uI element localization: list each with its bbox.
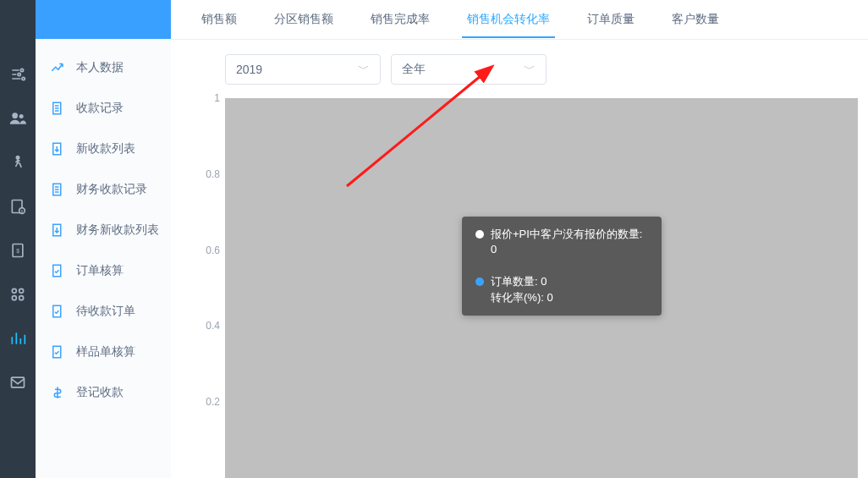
tab-label: 销售完成率 xyxy=(371,12,430,25)
period-value: 全年 xyxy=(402,62,426,77)
rail-item-doc-money[interactable]: $ xyxy=(0,184,36,228)
sidebar-item-label: 订单核算 xyxy=(76,263,124,278)
tab-label: 分区销售额 xyxy=(274,12,333,25)
sidebar-header xyxy=(36,0,171,39)
svg-rect-22 xyxy=(53,346,61,358)
trend-up-icon xyxy=(49,59,66,76)
tooltip-row-1: 报价+PI中客户没有报价的数量: 0 xyxy=(475,227,648,257)
receipt-icon xyxy=(49,100,66,117)
svg-point-0 xyxy=(20,69,23,71)
list-down-icon xyxy=(49,140,66,157)
svg-point-14 xyxy=(19,296,24,300)
svg-rect-20 xyxy=(53,265,61,277)
svg-point-5 xyxy=(16,157,19,159)
svg-point-13 xyxy=(12,296,16,300)
y-tick: 1 xyxy=(214,92,220,104)
sidebar-item-label: 收款记录 xyxy=(76,101,124,116)
svg-point-2 xyxy=(22,77,25,80)
tab-6[interactable]: 客户数量 xyxy=(653,0,738,38)
rail-item-person[interactable] xyxy=(0,140,36,184)
sidebar-item-5[interactable]: 财务新收款列表 xyxy=(36,210,171,250)
main-panel: 销售额 分区销售额 销售完成率 销售机会转化率 订单质量 客户数量 2019 ﹀… xyxy=(171,0,868,478)
filter-row: 2019 ﹀ 全年 ﹀ xyxy=(171,39,868,95)
mail-icon xyxy=(9,374,26,391)
sidebar-item-label: 财务新收款列表 xyxy=(76,223,159,238)
bar-chart-icon xyxy=(9,330,26,347)
grid-icon xyxy=(9,286,26,303)
tab-label: 销售机会转化率 xyxy=(467,12,550,25)
sidebar-item-label: 新收款列表 xyxy=(76,141,135,157)
svg-point-12 xyxy=(19,288,24,293)
y-axis: 1 0.8 0.6 0.4 0.2 xyxy=(203,98,225,478)
doc-check-icon xyxy=(49,303,66,320)
svg-text:$: $ xyxy=(16,248,19,254)
sidebar-item-label: 登记收款 xyxy=(76,385,124,400)
tab-1[interactable]: 销售额 xyxy=(183,0,255,38)
sliders-icon xyxy=(9,66,26,83)
y-tick: 0.8 xyxy=(206,168,220,180)
svg-rect-21 xyxy=(53,305,61,317)
sidebar-item-6[interactable]: 订单核算 xyxy=(36,250,171,291)
rail-item-mail[interactable] xyxy=(0,360,36,404)
person-walk-icon xyxy=(9,154,26,171)
legend-dot-blue xyxy=(475,277,484,286)
document-money-icon: $ xyxy=(9,198,26,215)
tab-label: 销售额 xyxy=(201,12,237,25)
chevron-down-icon: ﹀ xyxy=(358,62,370,77)
svg-rect-15 xyxy=(12,377,25,387)
tab-label: 客户数量 xyxy=(672,12,719,25)
receipt-icon xyxy=(49,181,66,198)
sidebar-item-3[interactable]: 新收款列表 xyxy=(36,129,171,169)
sidebar-item-8[interactable]: 样品单核算 xyxy=(36,332,171,372)
tab-bar: 销售额 分区销售额 销售完成率 销售机会转化率 订单质量 客户数量 xyxy=(171,0,868,39)
dollar-icon xyxy=(49,384,66,401)
sidebar-item-9[interactable]: 登记收款 xyxy=(36,372,171,413)
tab-5[interactable]: 订单质量 xyxy=(569,0,653,38)
svg-point-3 xyxy=(12,113,18,118)
sidebar-item-label: 财务收款记录 xyxy=(76,182,147,197)
doc-check-icon xyxy=(49,262,66,279)
chevron-down-icon: ﹀ xyxy=(524,62,536,77)
year-select[interactable]: 2019 ﹀ xyxy=(225,54,381,85)
invoice-icon: $ xyxy=(9,242,26,259)
rail-item-grid[interactable] xyxy=(0,272,36,316)
tooltip-row-2: 订单数量: 0 转化率(%): 0 xyxy=(475,274,648,305)
rail-item-chart[interactable] xyxy=(0,316,36,360)
period-select[interactable]: 全年 ﹀ xyxy=(391,54,547,85)
sidebar-item-7[interactable]: 待收款订单 xyxy=(36,291,171,332)
sidebar-item-2[interactable]: 收款记录 xyxy=(36,88,171,129)
tab-4[interactable]: 销售机会转化率 xyxy=(448,0,569,38)
y-tick: 0.6 xyxy=(206,244,220,256)
sidebar-item-label: 样品单核算 xyxy=(76,344,135,360)
tooltip-text: 报价+PI中客户没有报价的数量: 0 xyxy=(491,227,648,257)
sidebar: 本人数据 收款记录 新收款列表 财务收款记录 财务新收款列表 订单核算 待收款订… xyxy=(36,0,171,478)
users-icon xyxy=(9,110,26,127)
icon-rail: $ $ xyxy=(0,0,36,478)
rail-item-invoice[interactable]: $ xyxy=(0,228,36,272)
tab-3[interactable]: 销售完成率 xyxy=(352,0,448,38)
rail-item-users[interactable] xyxy=(0,96,36,140)
svg-point-1 xyxy=(18,73,20,75)
rail-item-sliders[interactable] xyxy=(0,52,36,96)
y-tick: 0.4 xyxy=(206,320,220,332)
tooltip-text: 订单数量: 0 转化率(%): 0 xyxy=(491,274,553,305)
sidebar-item-4[interactable]: 财务收款记录 xyxy=(36,169,171,210)
svg-point-4 xyxy=(19,114,24,118)
tab-2[interactable]: 分区销售额 xyxy=(255,0,352,38)
sidebar-item-1[interactable]: 本人数据 xyxy=(36,47,171,88)
tab-label: 订单质量 xyxy=(587,12,635,25)
year-value: 2019 xyxy=(236,63,262,76)
svg-point-11 xyxy=(12,288,16,293)
chart-area: 1 0.8 0.6 0.4 0.2 报价+PI中客户没有报价的数量: 0 订单数… xyxy=(171,95,868,478)
sidebar-item-label: 待收款订单 xyxy=(76,304,135,319)
list-down-icon xyxy=(49,222,66,239)
chart-tooltip: 报价+PI中客户没有报价的数量: 0 订单数量: 0 转化率(%): 0 xyxy=(462,217,662,316)
y-tick: 0.2 xyxy=(206,396,220,408)
doc-check-icon xyxy=(49,343,66,360)
legend-dot-white xyxy=(475,230,484,239)
sidebar-item-label: 本人数据 xyxy=(76,60,124,75)
